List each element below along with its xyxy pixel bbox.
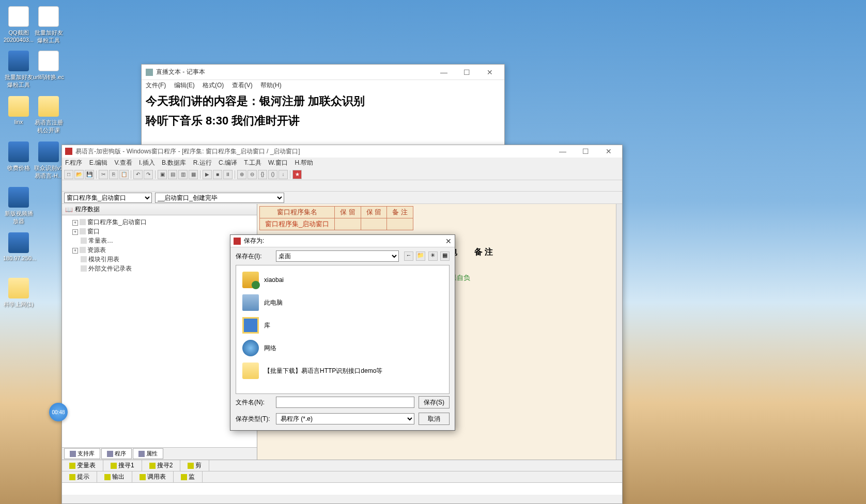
file-item[interactable]: 此电脑 [239, 291, 446, 314]
menu-item[interactable]: B.数据库 [162, 159, 186, 166]
close-button[interactable]: ✕ [480, 66, 500, 78]
tool-icon[interactable]: ▤ [168, 170, 177, 179]
menu-item[interactable]: W.窗口 [268, 159, 288, 166]
file-list[interactable]: xiaobai此电脑库网络【批量下载】易语言HTTP识别接口demo等 [236, 265, 450, 394]
viewmode-icon[interactable]: ▦ [440, 251, 450, 261]
desktop-icon[interactable]: 收费价格 [3, 141, 34, 172]
menu-help[interactable]: 帮助(H) [260, 82, 282, 89]
tool-icon[interactable]: {} [258, 170, 267, 179]
menu-item[interactable]: H.帮助 [295, 159, 313, 166]
save-button[interactable]: 保存(S) [419, 396, 450, 408]
tool-undo-icon[interactable]: ↶ [133, 170, 143, 179]
minimize-button[interactable]: — [552, 147, 573, 155]
desktop-icon[interactable]: linx [3, 96, 34, 125]
close-button[interactable]: ✕ [445, 237, 452, 245]
scrollbar[interactable] [616, 204, 622, 460]
close-button[interactable]: ✕ [598, 147, 619, 155]
tool-icon[interactable]: ⏸ [223, 170, 233, 179]
expand-icon[interactable]: + [72, 248, 78, 254]
tool-icon[interactable]: ★ [292, 170, 302, 179]
menu-item[interactable]: E.编辑 [89, 159, 107, 166]
bottom-tab[interactable]: 调用表 [132, 471, 174, 482]
tool-redo-icon[interactable]: ↷ [144, 170, 153, 179]
tool-icon[interactable]: () [268, 170, 277, 179]
tool-icon[interactable]: ⊕ [237, 170, 246, 179]
file-item[interactable]: xiaobai [239, 269, 446, 291]
desktop-icon[interactable]: url码转换.ec [33, 51, 64, 81]
tab-support-lib[interactable]: 支持库 [64, 448, 100, 459]
expand-icon[interactable]: + [72, 229, 78, 235]
cell[interactable]: 窗口程序集_启动窗口 [260, 218, 335, 230]
menu-item[interactable]: I.插入 [139, 159, 155, 166]
desktop-icon[interactable]: 批量加好友爆粉工具 [3, 51, 34, 89]
bottom-tab[interactable]: 输出 [97, 471, 132, 482]
tool-stop-icon[interactable]: ■ [213, 170, 222, 179]
tree-node[interactable]: +资源表 [64, 245, 255, 255]
tree-node[interactable]: +窗口程序集_启动窗口 [64, 217, 255, 227]
tree-node[interactable]: 外部文件记录表 [64, 264, 255, 273]
filetype-select[interactable]: 易程序 (*.e) [276, 413, 414, 424]
maximize-button[interactable]: ☐ [576, 147, 596, 155]
desktop-icon[interactable]: 新版视频播放器 [3, 187, 34, 225]
tool-copy-icon[interactable]: ⎘ [109, 170, 118, 179]
menu-item[interactable]: F.程序 [65, 159, 82, 166]
tool-open-icon[interactable]: 📂 [74, 170, 84, 179]
desktop-icon[interactable]: 联众识别v1易语言-H... [33, 141, 64, 180]
tab-props[interactable]: 属性 [133, 448, 163, 459]
menu-item[interactable]: T.工具 [244, 159, 261, 166]
saveas-titlebar[interactable]: 保存为: ✕ [230, 235, 455, 247]
menu-edit[interactable]: 编辑(E) [174, 82, 195, 89]
tool-save-icon[interactable]: 💾 [85, 170, 94, 179]
tool-icon[interactable]: ⊖ [248, 170, 257, 179]
filename-input[interactable] [276, 397, 414, 408]
tool-icon[interactable]: ▥ [178, 170, 188, 179]
tool-run-icon[interactable]: ▶ [203, 170, 212, 179]
tree-node[interactable]: 模块引用表 [64, 255, 255, 264]
cell[interactable] [387, 218, 413, 230]
notepad-titlebar[interactable]: 直播文本 - 记事本 — ☐ ✕ [142, 65, 504, 80]
tool-cut-icon[interactable]: ✂ [99, 170, 108, 179]
desktop-icon[interactable]: 批量加好友爆粉工具 [33, 6, 64, 44]
tool-new-icon[interactable]: □ [64, 170, 73, 179]
tool-icon[interactable]: ▣ [158, 170, 167, 179]
cell[interactable] [361, 218, 387, 230]
desktop-icon[interactable]: 180.97.250... [3, 232, 34, 261]
ide-titlebar[interactable]: 易语言-加密狗版 - Windows窗口程序 - [程序集: 窗口程序集_启动窗… [62, 145, 622, 158]
menu-item[interactable]: C.编译 [219, 159, 237, 166]
bottom-tab[interactable]: 搜寻1 [103, 460, 142, 471]
tool-paste-icon[interactable]: 📋 [119, 170, 129, 179]
cancel-button[interactable]: 取消 [419, 413, 450, 425]
bottom-tab[interactable]: 变量表 [62, 460, 103, 471]
bottom-tab[interactable]: 提示 [62, 471, 97, 482]
savein-select[interactable]: 桌面 [276, 250, 399, 262]
tool-icon[interactable]: ↓ [279, 170, 288, 179]
up-icon[interactable]: 📁 [416, 251, 425, 261]
bottom-tab[interactable]: 剪 [180, 460, 209, 471]
file-item[interactable]: 【批量下载】易语言HTTP识别接口demo等 [239, 359, 446, 382]
bottom-tab[interactable]: 监 [174, 471, 203, 482]
menu-format[interactable]: 格式(O) [203, 82, 224, 89]
desktop-icon[interactable]: 科学上网(1) [3, 278, 34, 308]
tree-node[interactable]: 常量表… [64, 236, 255, 245]
file-item[interactable]: 库 [239, 314, 446, 337]
tree-node[interactable]: +窗口 [64, 227, 255, 236]
expand-icon[interactable]: + [72, 220, 78, 226]
menu-view[interactable]: 查看(V) [232, 82, 253, 89]
menu-item[interactable]: V.查看 [114, 159, 132, 166]
back-icon[interactable]: ← [404, 251, 413, 261]
combo-proc[interactable]: __启动窗口_创建完毕 [155, 193, 284, 203]
tab-program[interactable]: 程序 [101, 448, 132, 459]
maximize-button[interactable]: ☐ [457, 66, 477, 78]
minimize-button[interactable]: — [434, 66, 454, 78]
menu-item[interactable]: R.运行 [193, 159, 212, 166]
newfolder-icon[interactable]: ✳ [428, 251, 438, 261]
notepad-content[interactable]: 今天我们讲的内容是：银河注册 加联众识别 聆听下音乐 8:30 我们准时开讲 [142, 91, 504, 135]
tree[interactable]: +窗口程序集_启动窗口+窗口常量表…+资源表模块引用表外部文件记录表 [62, 215, 257, 275]
desktop-icon[interactable]: 易语言注册机公开课 [33, 96, 64, 134]
cell[interactable] [463, 259, 504, 268]
cell[interactable] [335, 218, 361, 230]
file-item[interactable]: 网络 [239, 337, 446, 359]
tool-icon[interactable]: ▦ [189, 170, 198, 179]
desktop-icon[interactable]: QQ截图20200403... [3, 6, 34, 43]
menu-file[interactable]: 文件(F) [146, 82, 166, 89]
